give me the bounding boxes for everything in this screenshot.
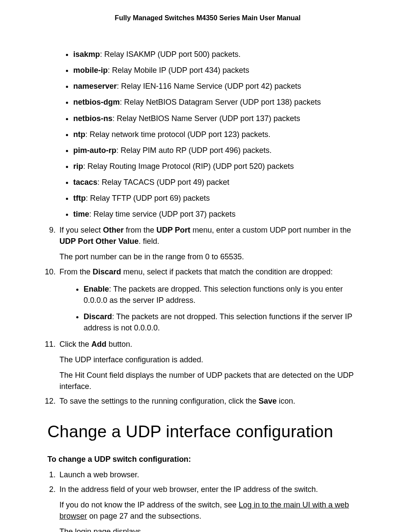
step-12: To save the settings to the running conf… bbox=[58, 395, 368, 407]
list-item: nameserver: Relay IEN-116 Name Service (… bbox=[73, 81, 368, 92]
desc: : Relay NetBIOS Datagram Server (UDP por… bbox=[120, 98, 321, 106]
desc: : Relay network time protocol (UDP port … bbox=[85, 130, 271, 139]
desc: : Relay Mobile IP (UDP port 434) packets bbox=[108, 66, 249, 75]
change-step-1: Launch a web browser. bbox=[58, 469, 368, 480]
text: In the address field of your web browser… bbox=[59, 485, 318, 494]
text: menu, select if packets that match the c… bbox=[121, 268, 333, 276]
step-10-sublist: Enable: The packets are dropped. This se… bbox=[59, 283, 368, 333]
list-item: tacacs: Relay TACACS (UDP port 49) packe… bbox=[73, 177, 368, 188]
desc: : Relay TACACS (UDP port 49) packet bbox=[97, 178, 229, 187]
step-11-para2: The Hit Count field displays the number … bbox=[59, 370, 368, 392]
procedure-subheading: To change a UDP switch configuration: bbox=[47, 454, 368, 465]
term: rip bbox=[73, 162, 83, 171]
term: time bbox=[73, 210, 89, 218]
text: from the bbox=[124, 226, 156, 234]
text: If you do not know the IP address of the… bbox=[59, 501, 239, 509]
text: button. bbox=[106, 340, 132, 348]
text: Click the bbox=[59, 340, 91, 348]
term: pim-auto-rp bbox=[73, 146, 116, 155]
text: If you select bbox=[59, 226, 103, 234]
section-heading-change-udp: Change a UDP interface configuration bbox=[47, 420, 368, 444]
change-step-2-para: If you do not know the IP address of the… bbox=[59, 499, 368, 522]
relay-options-list: isakmp: Relay ISAKMP (UDP port 500) pack… bbox=[47, 49, 368, 220]
list-item: tftp: Relay TFTP (UDP port 69) packets bbox=[73, 193, 368, 204]
bold-add: Add bbox=[91, 340, 106, 348]
desc: : Relay IEN-116 Name Service (UDP port 4… bbox=[117, 82, 301, 90]
list-item: isakmp: Relay ISAKMP (UDP port 500) pack… bbox=[73, 49, 368, 60]
page-header-title: Fully Managed Switches M4350 Series Main… bbox=[47, 13, 368, 23]
step-11: Click the Add button. The UDP interface … bbox=[58, 339, 368, 392]
term: netbios-ns bbox=[73, 114, 112, 123]
change-step-2: In the address field of your web browser… bbox=[58, 484, 368, 532]
term: tftp bbox=[73, 194, 86, 202]
text: From the bbox=[59, 268, 93, 276]
text: . field. bbox=[139, 237, 159, 246]
step-9: If you select Other from the UDP Port me… bbox=[58, 224, 368, 262]
list-item: ntp: Relay network time protocol (UDP po… bbox=[73, 129, 368, 140]
desc: : The packets are not dropped. This sele… bbox=[84, 312, 352, 332]
list-item: netbios-ns: Relay NetBIOS Name Server (U… bbox=[73, 113, 368, 124]
list-item: mobile-ip: Relay Mobile IP (UDP port 434… bbox=[73, 65, 368, 76]
bold-other: Other bbox=[103, 226, 124, 234]
step-9-note: The port number can be in the range from… bbox=[59, 251, 368, 262]
term: isakmp bbox=[73, 50, 100, 59]
desc: : Relay TFTP (UDP port 69) packets bbox=[86, 194, 210, 202]
change-step-2-para2: The login page displays. bbox=[59, 526, 368, 532]
page-container: Fully Managed Switches M4350 Series Main… bbox=[0, 0, 411, 532]
term: tacacs bbox=[73, 178, 97, 187]
bold-save: Save bbox=[258, 397, 277, 405]
term: ntp bbox=[73, 130, 85, 139]
text: menu, enter a custom UDP port number in … bbox=[190, 226, 351, 234]
list-item: pim-auto-rp: Relay PIM auto RP (UDP port… bbox=[73, 145, 368, 156]
list-item: Discard: The packets are not dropped. Th… bbox=[84, 311, 368, 333]
list-item: netbios-dgm: Relay NetBIOS Datagram Serv… bbox=[73, 96, 368, 108]
term: mobile-ip bbox=[73, 66, 108, 75]
desc: : Relay ISAKMP (UDP port 500) packets. bbox=[100, 50, 240, 59]
desc: : Relay PIM auto RP (UDP port 496) packe… bbox=[116, 146, 272, 155]
text: on page 27 and the subsections. bbox=[87, 512, 201, 520]
list-item: Enable: The packets are dropped. This se… bbox=[84, 283, 368, 306]
term: netbios-dgm bbox=[73, 98, 120, 106]
change-udp-steps: Launch a web browser. In the address fie… bbox=[47, 469, 368, 532]
term: Discard bbox=[84, 312, 112, 321]
bold-udp-port-other: UDP Port Other Value bbox=[59, 237, 139, 246]
list-item: rip: Relay Routing Image Protocol (RIP) … bbox=[73, 161, 368, 172]
bold-udp-port: UDP Port bbox=[156, 226, 190, 234]
step-11-para1: The UDP interface configuration is added… bbox=[59, 354, 368, 365]
desc: : The packets are dropped. This selectio… bbox=[84, 285, 343, 305]
desc: : Relay Routing Image Protocol (RIP) (UD… bbox=[83, 162, 294, 171]
text: To save the settings to the running conf… bbox=[59, 397, 258, 405]
desc: : Relay NetBIOS Name Server (UDP port 13… bbox=[112, 114, 300, 123]
term: Enable bbox=[84, 285, 109, 293]
desc: : Relay time service (UDP port 37) packe… bbox=[89, 210, 236, 218]
text: icon. bbox=[277, 397, 295, 405]
bold-discard: Discard bbox=[93, 268, 121, 276]
term: nameserver bbox=[73, 82, 117, 90]
list-item: time: Relay time service (UDP port 37) p… bbox=[73, 208, 368, 220]
step-10: From the Discard menu, select if packets… bbox=[58, 266, 368, 333]
numbered-steps-continued: If you select Other from the UDP Port me… bbox=[47, 224, 368, 407]
